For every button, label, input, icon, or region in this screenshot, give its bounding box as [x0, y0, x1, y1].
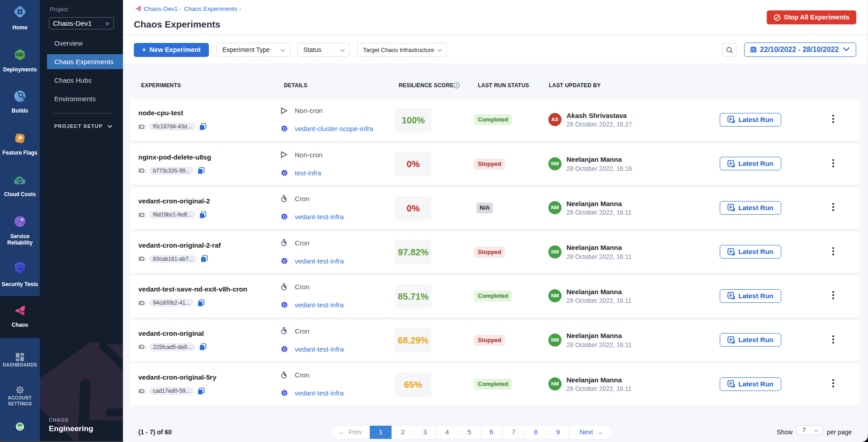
svg-text:$: $	[19, 178, 21, 183]
